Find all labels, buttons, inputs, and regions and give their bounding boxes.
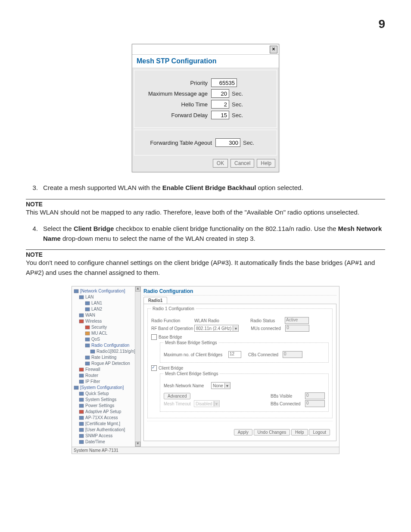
tree-item-label: Quick Setup xyxy=(85,391,109,396)
tree-item[interactable]: Firewall xyxy=(73,367,140,373)
max-msg-input[interactable] xyxy=(211,89,229,98)
lock-icon xyxy=(85,325,90,330)
cert-icon xyxy=(79,422,84,426)
max-cb-input[interactable]: 12 xyxy=(228,351,241,358)
tree-item[interactable]: Date/Time xyxy=(73,439,140,445)
undo-button[interactable]: Undo Changes xyxy=(254,429,290,436)
note-1-text: This WLAN should not be mapped to any ra… xyxy=(26,208,385,218)
svg-rect-20 xyxy=(79,410,84,414)
svg-rect-5 xyxy=(79,320,84,323)
tree-item[interactable]: QoS xyxy=(73,336,140,342)
scroll-up-icon[interactable]: ▲ xyxy=(135,286,140,292)
base-bridge-checkbox[interactable] xyxy=(151,334,157,340)
max-cb-label: Maximum no. of Client Bridges xyxy=(164,352,228,357)
help-button-footer[interactable]: Help xyxy=(291,429,308,436)
tree-item-label: Security xyxy=(91,324,107,330)
cancel-button[interactable]: Cancel xyxy=(230,159,254,168)
max-msg-label: Maximum Message age xyxy=(139,90,211,97)
ageout-input[interactable] xyxy=(215,138,240,147)
tree-item-label: Router xyxy=(85,373,98,378)
hello-label: Hello Time xyxy=(139,101,211,108)
tab-radio1[interactable]: Radio1 xyxy=(143,297,167,304)
client-bridge-checkbox[interactable] xyxy=(151,365,157,371)
svg-rect-2 xyxy=(85,302,90,305)
radio-title: Radio Configuration xyxy=(143,288,336,296)
tree-item-label: Rate Limiting xyxy=(91,355,116,360)
nav-tree[interactable]: ▲ ▼ [Network Configuration]LANLAN1LAN2WA… xyxy=(72,286,141,447)
client-bridge-label: Client Bridge xyxy=(159,366,183,370)
cb-conn-value: 0 xyxy=(283,351,302,358)
svg-rect-15 xyxy=(79,380,84,383)
tree-item[interactable]: Radio Configuration xyxy=(73,342,140,348)
mesh-timeout-label: Mesh Timeout xyxy=(164,401,194,406)
mesh-stp-dialog: × Mesh STP Configuration Priority Maximu… xyxy=(132,44,279,172)
tree-item[interactable]: WAN xyxy=(73,312,140,318)
tree-item[interactable]: [System Configuration] xyxy=(73,385,140,391)
fieldset-radio1: Radio 1 Configuration xyxy=(151,306,196,311)
radio-status-value: Active xyxy=(285,317,309,324)
svg-rect-3 xyxy=(85,308,90,311)
node-icon xyxy=(90,349,95,354)
tree-item-label: Date/Time xyxy=(85,439,105,445)
ok-button[interactable]: OK xyxy=(213,159,228,168)
scroll-down-icon[interactable]: ▼ xyxy=(135,442,140,447)
tree-item[interactable]: System Settings xyxy=(73,397,140,403)
tree-item[interactable]: Power Settings xyxy=(73,403,140,409)
tree-item[interactable]: Router xyxy=(73,373,140,379)
radio-function-value: WLAN Radio xyxy=(194,318,250,323)
wifi-icon xyxy=(79,319,84,324)
apply-button[interactable]: Apply xyxy=(234,429,252,436)
tree-item[interactable]: LAN2 xyxy=(73,306,140,312)
help-button[interactable]: Help xyxy=(257,159,275,168)
tree-item[interactable]: Wireless xyxy=(73,318,140,324)
tree-item[interactable]: SNMP Access xyxy=(73,433,140,439)
tree-item[interactable]: MU ACL xyxy=(73,330,140,336)
tree-item-label: Adaptive AP Setup xyxy=(85,409,121,414)
rf-band-label: RF Band of Operation xyxy=(151,326,194,331)
step3-tb: option selected. xyxy=(256,184,303,191)
hello-input[interactable] xyxy=(211,100,229,109)
step4-tb: checkbox to enable client bridge functio… xyxy=(114,225,338,232)
step4-ta: Select the xyxy=(43,225,74,232)
svg-rect-0 xyxy=(74,289,78,293)
tree-item[interactable]: LAN xyxy=(73,294,140,300)
user-icon xyxy=(79,428,84,432)
svg-rect-11 xyxy=(85,356,90,359)
advanced-button[interactable]: Advanced xyxy=(164,393,190,399)
tree-item[interactable]: Adaptive AP Setup xyxy=(73,409,140,415)
tree-item[interactable]: IP Filter xyxy=(73,379,140,385)
tree-scrollbar[interactable]: ▲ ▼ xyxy=(135,286,140,447)
adapt-icon xyxy=(79,410,84,414)
tree-item[interactable]: [User Authentication] xyxy=(73,427,140,433)
tree-item-label: Radio Configuration xyxy=(91,342,129,348)
logout-button[interactable]: Logout xyxy=(309,429,330,436)
tree-item[interactable]: Security xyxy=(73,324,140,330)
step-4: 4. Select the Client Bridge checkbox to … xyxy=(26,224,385,243)
step3-b1: Enable Client Bridge Backhaul xyxy=(162,184,256,191)
bb-visible-value: 0 xyxy=(305,392,325,399)
tree-item-label: System Settings xyxy=(85,397,116,402)
priority-input[interactable] xyxy=(211,78,237,87)
chevron-down-icon: ▾ xyxy=(233,326,238,331)
step-3-num: 3. xyxy=(26,183,43,193)
tree-item[interactable]: LAN1 xyxy=(73,300,140,306)
tree-item[interactable]: [Certificate Mgmt.] xyxy=(73,421,140,427)
rf-band-select[interactable]: 802.11n (2.4 GHz) ▾ xyxy=(194,325,239,332)
step-4-text: Select the Client Bridge checkbox to ena… xyxy=(43,224,385,243)
fwd-delay-input[interactable] xyxy=(211,111,229,119)
wan-icon xyxy=(79,313,84,317)
tree-item[interactable]: Rogue AP Detection xyxy=(73,361,140,367)
step-3-text: Create a mesh supported WLAN with the En… xyxy=(43,183,303,193)
mus-value: 0 xyxy=(285,325,309,332)
tree-item[interactable]: AP-71XX Access xyxy=(73,415,140,421)
tree-item[interactable]: Quick Setup xyxy=(73,391,140,397)
svg-rect-22 xyxy=(79,422,84,426)
svg-rect-18 xyxy=(79,398,84,401)
tree-item[interactable]: Rate Limiting xyxy=(73,355,140,361)
mesh-name-select[interactable]: None ▾ xyxy=(211,382,230,389)
close-icon[interactable]: × xyxy=(270,46,277,53)
tree-item[interactable]: [Network Configuration] xyxy=(73,288,140,294)
tree-item-label: MU ACL xyxy=(91,330,107,336)
tree-item[interactable]: Radio1[802.11b/g/n] xyxy=(73,348,140,355)
cb-conn-label: CBs Connected xyxy=(248,352,283,357)
